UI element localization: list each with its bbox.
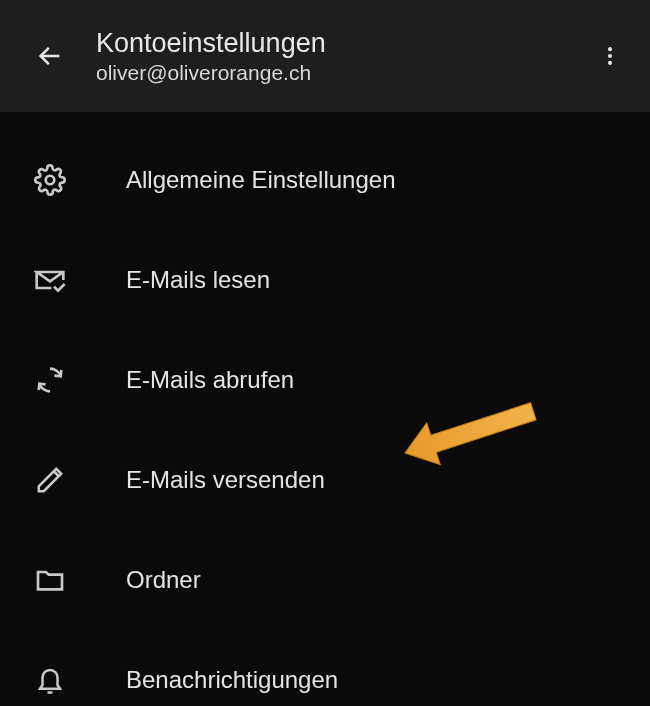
- gear-icon: [30, 160, 70, 200]
- dots-vertical-icon: [599, 45, 621, 67]
- menu-item-label: Allgemeine Einstellungen: [126, 166, 396, 194]
- menu-item-general[interactable]: Allgemeine Einstellungen: [0, 130, 650, 230]
- more-options-button[interactable]: [590, 36, 630, 76]
- pencil-icon: [30, 460, 70, 500]
- arrow-left-icon: [36, 42, 64, 70]
- back-button[interactable]: [30, 36, 70, 76]
- app-header: Kontoeinstellungen oliver@oliverorange.c…: [0, 0, 650, 112]
- mail-check-icon: [30, 260, 70, 300]
- svg-point-4: [46, 176, 55, 185]
- sync-icon: [30, 360, 70, 400]
- svg-point-3: [608, 61, 612, 65]
- menu-item-label: Ordner: [126, 566, 201, 594]
- menu-item-send-mails[interactable]: E-Mails versenden: [0, 430, 650, 530]
- menu-item-read-mails[interactable]: E-Mails lesen: [0, 230, 650, 330]
- settings-menu: Allgemeine Einstellungen E-Mails lesen E…: [0, 112, 650, 706]
- menu-item-notifications[interactable]: Benachrichtigungen: [0, 630, 650, 706]
- page-title: Kontoeinstellungen: [96, 27, 590, 59]
- bell-icon: [30, 660, 70, 700]
- account-email: oliver@oliverorange.ch: [96, 61, 590, 85]
- svg-point-1: [608, 47, 612, 51]
- folder-icon: [30, 560, 70, 600]
- header-text: Kontoeinstellungen oliver@oliverorange.c…: [96, 27, 590, 85]
- menu-item-fetch-mails[interactable]: E-Mails abrufen: [0, 330, 650, 430]
- svg-point-2: [608, 54, 612, 58]
- menu-item-label: Benachrichtigungen: [126, 666, 338, 694]
- menu-item-label: E-Mails abrufen: [126, 366, 294, 394]
- menu-item-label: E-Mails lesen: [126, 266, 270, 294]
- menu-item-folders[interactable]: Ordner: [0, 530, 650, 630]
- menu-item-label: E-Mails versenden: [126, 466, 325, 494]
